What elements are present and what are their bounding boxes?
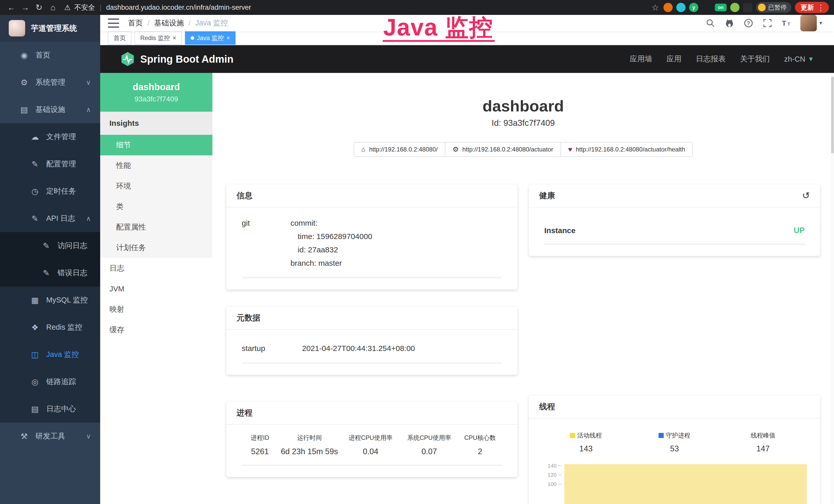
sidebar-item-home[interactable]: ◉ 首页 bbox=[0, 42, 100, 69]
blue-swatch-icon bbox=[659, 433, 664, 438]
health-url-button[interactable]: ♥ http://192.168.0.2:48080/actuator/heal… bbox=[561, 142, 693, 157]
actuator-url-button[interactable]: ⚙ http://192.168.0.2:48080/actuator bbox=[445, 142, 561, 157]
sba-sidebar: dashboard 93a3fc7f7409 Insights 细节 性能 环境… bbox=[100, 73, 213, 504]
sba-item-details[interactable]: 细节 bbox=[100, 135, 213, 155]
breadcrumb-infrastructure[interactable]: 基础设施 bbox=[154, 18, 184, 28]
sba-item-scheduled-tasks[interactable]: 计划任务 bbox=[100, 237, 213, 258]
sba-nav-applications[interactable]: 应用 bbox=[666, 54, 681, 64]
scrollbar-track[interactable] bbox=[831, 73, 834, 504]
bookmark-star-icon[interactable]: ☆ bbox=[651, 3, 660, 12]
sidebar-item-config-mgmt[interactable]: ✎ 配置管理 bbox=[0, 151, 100, 178]
forward-icon[interactable]: → bbox=[19, 1, 31, 14]
service-url: http://192.168.0.2:48080/ bbox=[369, 146, 438, 153]
threads-card-title: 线程 bbox=[529, 395, 820, 418]
process-card: 进程 进程ID 运行时间 进程CPU使用率 系统CPU使用率 CPU核心数 bbox=[226, 402, 518, 477]
sba-nav-wallboard[interactable]: 应用墙 bbox=[630, 54, 652, 64]
extension-fox-icon[interactable] bbox=[663, 3, 673, 12]
switch-on-icon[interactable]: on bbox=[715, 4, 727, 11]
extension-drop-icon[interactable] bbox=[676, 3, 685, 12]
sba-item-environment[interactable]: 环境 bbox=[100, 176, 213, 197]
health-card-header: 健康 ↺ bbox=[529, 184, 820, 207]
user-menu[interactable]: ▾ bbox=[800, 15, 822, 31]
refresh-icon[interactable]: ↻ bbox=[33, 1, 45, 14]
y-axis-tick bbox=[558, 465, 561, 466]
extension-y-icon[interactable]: y bbox=[689, 3, 698, 12]
header-actions: ? TT ▾ bbox=[705, 15, 822, 31]
help-icon[interactable]: ? bbox=[743, 18, 753, 28]
instance-id-line: Id: 93a3fc7f7409 bbox=[213, 118, 834, 128]
extensions-puzzle-icon[interactable] bbox=[743, 3, 752, 12]
paused-badge[interactable]: 已暂停 bbox=[756, 2, 791, 13]
sidebar-item-scheduled-jobs[interactable]: ◷ 定时任务 bbox=[0, 178, 100, 205]
kebab-menu-icon[interactable]: ⋮ bbox=[817, 3, 825, 12]
sba-item-caches[interactable]: 缓存 bbox=[100, 320, 213, 340]
sba-item-logs[interactable]: 日志 bbox=[100, 258, 213, 279]
svg-text:?: ? bbox=[747, 20, 750, 26]
sidebar-item-tracing[interactable]: ◎ 链路追踪 bbox=[0, 368, 100, 395]
warning-icon: ⚠ bbox=[64, 3, 71, 12]
sidebar-item-access-logs[interactable]: ✎ 访问日志 bbox=[0, 232, 100, 259]
locale-label: zh-CN bbox=[784, 55, 805, 63]
browser-home-icon[interactable]: ⌂ bbox=[47, 1, 59, 14]
update-button[interactable]: 更新 ⋮ bbox=[795, 2, 829, 13]
trace-icon: ◎ bbox=[29, 377, 41, 387]
apps-grid-icon[interactable] bbox=[702, 3, 711, 12]
hamburger-icon[interactable] bbox=[108, 19, 119, 28]
fullscreen-icon[interactable] bbox=[762, 18, 773, 28]
log-center-icon: ▤ bbox=[29, 404, 41, 414]
scrollbar-thumb[interactable] bbox=[831, 76, 834, 154]
github-icon[interactable] bbox=[724, 18, 734, 28]
svg-text:T: T bbox=[782, 19, 786, 27]
sba-item-jvm[interactable]: JVM bbox=[100, 279, 213, 299]
sidebar-item-infrastructure[interactable]: ▤ 基础设施 ∧ bbox=[0, 96, 100, 123]
sidebar-logo-row: 芋道管理系统 bbox=[0, 15, 100, 42]
y-axis-tick bbox=[558, 484, 561, 484]
close-icon[interactable]: × bbox=[226, 35, 230, 41]
sba-item-mappings[interactable]: 映射 bbox=[100, 299, 213, 320]
chevron-down-icon: ∨ bbox=[86, 78, 91, 87]
process-table-header: 进程ID 运行时间 进程CPU使用率 系统CPU使用率 CPU核心数 bbox=[242, 434, 502, 442]
sidebar-item-label: 基础设施 bbox=[36, 105, 65, 115]
breadcrumb-home[interactable]: 首页 bbox=[128, 18, 143, 28]
column-header: 进程CPU使用率 bbox=[341, 434, 400, 442]
update-label: 更新 bbox=[800, 3, 814, 12]
service-url-button[interactable]: ⌂ http://192.168.0.2:48080/ bbox=[354, 142, 445, 157]
font-size-icon[interactable]: TT bbox=[781, 18, 792, 28]
sidebar-item-dev-tools[interactable]: ⚒ 研发工具 ∨ bbox=[0, 422, 100, 450]
locale-selector[interactable]: zh-CN ▼ bbox=[784, 55, 814, 63]
sidebar-item-system-mgmt[interactable]: ⚙ 系统管理 ∨ bbox=[0, 69, 100, 96]
tab-home[interactable]: 首页 bbox=[108, 31, 132, 45]
caret-down-icon: ▾ bbox=[819, 20, 822, 26]
sba-brand[interactable]: Spring Boot Admin bbox=[120, 52, 234, 67]
sidebar-item-label: 研发工具 bbox=[36, 431, 65, 441]
face-icon bbox=[758, 4, 766, 11]
sba-item-classes[interactable]: 类 bbox=[100, 197, 213, 217]
sidebar-item-error-logs[interactable]: ✎ 错误日志 bbox=[0, 259, 100, 287]
column-header: 系统CPU使用率 bbox=[401, 434, 458, 442]
tab-redis-monitor[interactable]: Redis 监控 × bbox=[135, 31, 182, 45]
sidebar-item-mysql-monitor[interactable]: ▦ MySQL 监控 bbox=[0, 287, 100, 314]
legend-label: 线程峰值 bbox=[719, 431, 807, 439]
sba-nav-journal[interactable]: 日志报表 bbox=[696, 54, 726, 64]
address-bar[interactable]: ⚠ 不安全 | dashboard.yudao.iocoder.cn/infra… bbox=[64, 3, 649, 12]
close-icon[interactable]: × bbox=[173, 35, 176, 41]
sidebar-item-log-center[interactable]: ▤ 日志中心 bbox=[0, 395, 100, 422]
sba-nav-about[interactable]: 关于我们 bbox=[740, 54, 770, 64]
search-icon[interactable] bbox=[705, 18, 716, 28]
timer-icon: ◷ bbox=[29, 187, 41, 196]
extension-leaf-icon[interactable] bbox=[730, 3, 740, 12]
sba-item-config-props[interactable]: 配置属性 bbox=[100, 217, 213, 237]
value-line: branch: master bbox=[290, 256, 502, 270]
back-icon[interactable]: ← bbox=[5, 1, 18, 14]
sidebar-item-file-mgmt[interactable]: ☁ 文件管理 bbox=[0, 123, 100, 151]
sidebar-item-redis-monitor[interactable]: ❖ Redis 监控 bbox=[0, 314, 100, 341]
process-card-title: 进程 bbox=[226, 402, 518, 425]
sidebar-item-java-monitor[interactable]: ◫ Java 监控 bbox=[0, 341, 100, 368]
history-icon[interactable]: ↺ bbox=[802, 190, 810, 201]
home-icon: ⌂ bbox=[361, 145, 366, 154]
sba-logo-icon bbox=[120, 52, 135, 67]
tab-java-monitor[interactable]: Java 监控 × bbox=[185, 31, 236, 45]
instance-header[interactable]: dashboard 93a3fc7f7409 bbox=[100, 73, 213, 112]
sba-item-metrics[interactable]: 性能 bbox=[100, 155, 213, 176]
sidebar-item-api-logs[interactable]: ✎ API 日志 ∧ bbox=[0, 205, 100, 232]
